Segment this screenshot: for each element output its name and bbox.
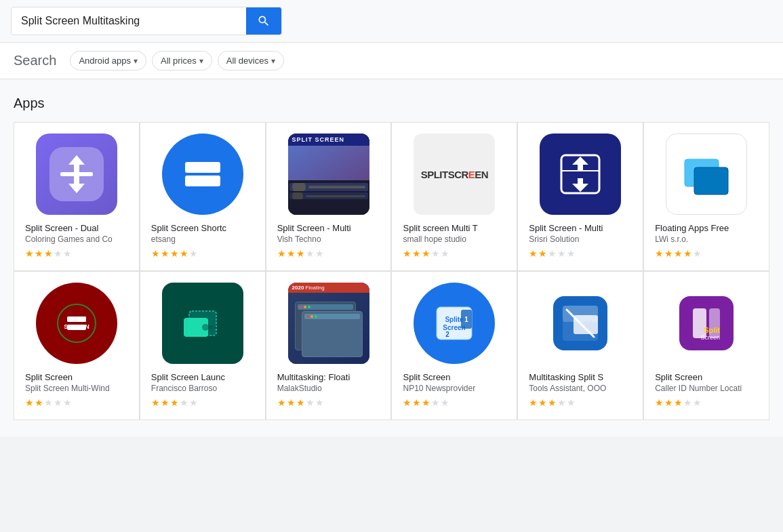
svg-text:SPLIT: SPLIT bbox=[68, 315, 85, 322]
empty-star: ★ bbox=[557, 397, 566, 408]
empty-star: ★ bbox=[189, 397, 198, 408]
app-card[interactable]: Multitasking Split STools Assistant, OOO… bbox=[517, 271, 643, 420]
filled-star: ★ bbox=[170, 248, 179, 259]
section-title: Apps bbox=[14, 96, 769, 111]
app-icon-split-shortcut bbox=[162, 134, 243, 215]
svg-text:1: 1 bbox=[465, 316, 469, 323]
svg-text:2: 2 bbox=[446, 331, 450, 338]
empty-star: ★ bbox=[431, 248, 440, 259]
app-card[interactable]: Split Screen Split ScreenCaller ID Numbe… bbox=[643, 271, 769, 420]
empty-star: ★ bbox=[557, 248, 566, 259]
filled-star: ★ bbox=[664, 397, 673, 408]
filled-star: ★ bbox=[35, 397, 43, 408]
app-icon-multitask-tools bbox=[540, 283, 621, 364]
app-name: Split Screen - Multi bbox=[529, 223, 632, 233]
app-name: Split Screen bbox=[403, 372, 506, 382]
filled-star: ★ bbox=[655, 397, 664, 408]
app-developer: Francisco Barroso bbox=[151, 384, 254, 393]
filled-star: ★ bbox=[287, 248, 296, 259]
app-card[interactable]: SPLIT SCREEN Split Screen - MultiVish T bbox=[266, 122, 392, 271]
filter-all-prices-label: All prices bbox=[161, 56, 197, 66]
star-rating: ★★★★★ bbox=[151, 397, 198, 408]
empty-star: ★ bbox=[54, 397, 62, 408]
apps-grid: Split Screen - DualColoring Games and Co… bbox=[14, 122, 769, 420]
chevron-down-icon: ▾ bbox=[199, 56, 203, 66]
filled-star: ★ bbox=[674, 397, 683, 408]
empty-star: ★ bbox=[683, 397, 692, 408]
filled-star: ★ bbox=[422, 248, 430, 259]
app-developer: Caller ID Number Locati bbox=[655, 384, 758, 393]
app-card[interactable]: Split Screen - DualColoring Games and Co… bbox=[14, 122, 140, 271]
empty-star: ★ bbox=[63, 397, 72, 408]
star-rating: ★★★★★ bbox=[529, 248, 576, 259]
app-developer: small hope studio bbox=[403, 234, 506, 244]
app-card[interactable]: Splite Screen 1 2 Split ScreenNP10 Newsp… bbox=[391, 271, 517, 420]
app-icon-floating-lw bbox=[666, 134, 747, 215]
filled-star: ★ bbox=[664, 248, 673, 259]
empty-star: ★ bbox=[306, 248, 315, 259]
app-icon-split-francisco bbox=[162, 283, 243, 364]
app-developer: Vish Techno bbox=[277, 234, 380, 244]
app-developer: Srisri Solution bbox=[529, 234, 632, 244]
filled-star: ★ bbox=[529, 248, 538, 259]
search-button[interactable] bbox=[246, 7, 281, 35]
svg-rect-3 bbox=[185, 162, 220, 173]
empty-star: ★ bbox=[180, 397, 188, 408]
svg-point-19 bbox=[202, 324, 209, 331]
star-rating: ★★★★★ bbox=[277, 248, 324, 259]
filled-star: ★ bbox=[296, 397, 305, 408]
app-card[interactable]: 2020 Floating bbox=[266, 271, 392, 420]
empty-star: ★ bbox=[306, 397, 315, 408]
filled-star: ★ bbox=[403, 397, 411, 408]
filled-star: ★ bbox=[529, 397, 538, 408]
filled-star: ★ bbox=[403, 248, 411, 259]
chevron-down-icon: ▾ bbox=[134, 56, 138, 66]
app-card[interactable]: Split Screen Shortcetsang★★★★★ bbox=[140, 122, 266, 271]
empty-star: ★ bbox=[189, 248, 198, 259]
filled-star: ★ bbox=[161, 248, 169, 259]
app-card[interactable]: Split Screen - MultiSrisri Solution★★★★★ bbox=[517, 122, 643, 271]
top-bar bbox=[0, 0, 783, 43]
empty-star: ★ bbox=[693, 248, 702, 259]
star-rating: ★★★★★ bbox=[403, 248, 449, 259]
app-name: Split Screen - Multi bbox=[277, 223, 380, 233]
app-icon-floating-malak: 2020 Floating bbox=[288, 283, 369, 364]
filter-all-prices[interactable]: All prices ▾ bbox=[152, 51, 212, 70]
filter-all-devices[interactable]: All devices ▾ bbox=[218, 51, 284, 70]
app-name: Multitasking: Floati bbox=[277, 372, 380, 382]
filled-star: ★ bbox=[287, 397, 296, 408]
filled-star: ★ bbox=[548, 397, 557, 408]
search-input[interactable] bbox=[12, 8, 246, 34]
star-rating: ★★★★★ bbox=[655, 248, 702, 259]
search-label: Search bbox=[14, 53, 56, 68]
empty-star: ★ bbox=[441, 248, 449, 259]
svg-text:Screen: Screen bbox=[701, 334, 721, 341]
app-developer: etsang bbox=[151, 234, 254, 244]
filled-star: ★ bbox=[277, 248, 286, 259]
star-rating: ★★★★★ bbox=[25, 248, 72, 259]
app-name: Floating Apps Free bbox=[655, 223, 758, 233]
empty-star: ★ bbox=[441, 397, 449, 408]
app-card[interactable]: Split Screen LauncFrancisco Barroso★★★★★ bbox=[140, 271, 266, 420]
app-icon-split-dark: SPLIT SCREEN bbox=[36, 283, 117, 364]
app-name: Split Screen Launc bbox=[151, 372, 254, 382]
empty-star: ★ bbox=[548, 248, 557, 259]
app-name: Split Screen - Dual bbox=[25, 223, 128, 233]
app-name: Multitasking Split S bbox=[529, 372, 632, 382]
empty-star: ★ bbox=[431, 397, 440, 408]
app-card[interactable]: SPLIT SCREEN Split ScreenSplit Screen Mu… bbox=[14, 271, 140, 420]
filled-star: ★ bbox=[674, 248, 683, 259]
filled-star: ★ bbox=[151, 397, 160, 408]
app-icon-split-dual bbox=[36, 134, 117, 215]
svg-text:Split: Split bbox=[704, 326, 720, 334]
app-icon-splitscreen-text: SPLITSCREEN bbox=[414, 134, 495, 215]
star-rating: ★★★★★ bbox=[529, 397, 576, 408]
app-card[interactable]: Floating Apps FreeLWi s.r.o.★★★★★ bbox=[643, 122, 769, 271]
app-card[interactable]: SPLITSCREENSplit screen Multi Tsmall hop… bbox=[391, 122, 517, 271]
filled-star: ★ bbox=[683, 248, 692, 259]
filled-star: ★ bbox=[538, 397, 547, 408]
filter-android-apps[interactable]: Android apps ▾ bbox=[70, 51, 146, 70]
filled-star: ★ bbox=[277, 397, 286, 408]
filled-star: ★ bbox=[296, 248, 305, 259]
filled-star: ★ bbox=[538, 248, 547, 259]
